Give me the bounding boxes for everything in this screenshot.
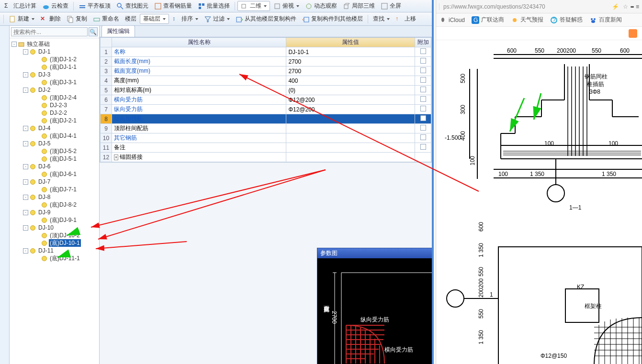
tree-leaf[interactable]: DJ-2-2 bbox=[10, 109, 99, 117]
toolbar-topview[interactable]: 俯视 bbox=[271, 1, 302, 11]
prop-row[interactable]: 11备注 bbox=[101, 143, 431, 153]
bookmark-item[interactable]: 百度新闻 bbox=[589, 16, 622, 24]
prop-name[interactable]: 名称 bbox=[112, 47, 286, 57]
toolbar-orbit[interactable]: 动态观察 bbox=[303, 1, 339, 11]
sort-button[interactable]: ↕排序 bbox=[170, 14, 201, 24]
prop-value[interactable] bbox=[286, 124, 415, 133]
prop-extra-check[interactable] bbox=[415, 124, 431, 133]
prop-row[interactable]: 12+锚固搭接 bbox=[101, 153, 431, 162]
prop-row[interactable]: 7纵向受力筋Φ12@200 bbox=[101, 105, 431, 114]
search-button[interactable]: 🔍 bbox=[89, 27, 98, 36]
tree-leaf[interactable]: (底)DJ-3-1 bbox=[10, 78, 99, 86]
search-input[interactable] bbox=[11, 27, 88, 36]
tree-leaf[interactable]: (顶)DJ-5-2 bbox=[10, 147, 99, 155]
prop-value[interactable] bbox=[286, 114, 415, 124]
filter-button[interactable]: 过滤 bbox=[202, 14, 232, 24]
prop-extra-check[interactable] bbox=[415, 114, 431, 124]
prop-value[interactable] bbox=[286, 143, 415, 153]
prop-row[interactable]: 6横向受力筋Φ12@200 bbox=[101, 95, 431, 105]
tree-leaf[interactable]: (底)DJ-2-1 bbox=[10, 117, 99, 124]
tree-leaf[interactable]: (底)DJ-6-1 bbox=[10, 170, 99, 178]
toolbar-batch-sel[interactable]: 批量选择 bbox=[195, 1, 232, 11]
prop-value[interactable]: 400 bbox=[286, 76, 415, 86]
tree-leaf[interactable]: (顶)DJ-1-2 bbox=[10, 55, 99, 63]
tree-node[interactable]: -DJ-11 bbox=[10, 247, 99, 254]
prop-extra-check[interactable] bbox=[415, 95, 431, 105]
prop-extra-check[interactable] bbox=[415, 86, 431, 95]
toolbar-rebar-qty[interactable]: 查看钢筋量 bbox=[152, 1, 194, 11]
prop-name[interactable]: 高度(mm) bbox=[112, 76, 286, 86]
prop-value[interactable]: Φ12@200 bbox=[286, 105, 415, 114]
prop-row[interactable]: 1名称DJ-10-1 bbox=[101, 47, 431, 57]
copy-to-button[interactable]: 复制构件到其他楼层 bbox=[300, 14, 365, 24]
prop-row[interactable]: 10其它钢筋 bbox=[101, 133, 431, 143]
tab-property-edit[interactable]: 属性编辑 bbox=[101, 26, 135, 37]
prop-value[interactable] bbox=[286, 133, 415, 143]
tree-root[interactable]: -独立基础 bbox=[10, 40, 99, 48]
prop-value[interactable]: (0) bbox=[286, 86, 415, 95]
tree-node[interactable]: -DJ-3 bbox=[10, 71, 99, 78]
toolbar-fullscreen[interactable]: 全屏 bbox=[378, 1, 404, 11]
find-button[interactable]: 查找 bbox=[371, 14, 392, 24]
bookmark-item[interactable]: 天气预报 bbox=[511, 16, 543, 24]
tree-leaf[interactable]: (底)DJ-1-1 bbox=[10, 63, 99, 71]
tree-node[interactable]: -DJ-6 bbox=[10, 163, 99, 170]
prop-extra-check[interactable] bbox=[415, 143, 431, 153]
tree-leaf[interactable]: DJ-2-3 bbox=[10, 101, 99, 109]
toolbar-flatten[interactable]: 平齐板顶 bbox=[76, 1, 113, 11]
prop-name[interactable]: 备注 bbox=[112, 143, 286, 153]
prop-value[interactable]: 2700 bbox=[286, 66, 415, 76]
prop-name[interactable]: 相对底标高(m) bbox=[112, 86, 286, 95]
prop-name[interactable]: +锚固搭接 bbox=[112, 153, 286, 162]
tree-leaf[interactable]: (底)DJ-4-1 bbox=[10, 132, 99, 140]
prop-value[interactable]: DJ-10-1 bbox=[286, 47, 415, 57]
prop-extra-check[interactable] bbox=[415, 57, 431, 66]
tree-node[interactable]: -DJ-4 bbox=[10, 124, 99, 132]
prop-extra-check[interactable] bbox=[415, 153, 431, 162]
tree-node[interactable]: -DJ-8 bbox=[10, 193, 99, 201]
bookmark-item[interactable]: ?答疑解惑 bbox=[550, 16, 583, 24]
tree-leaf[interactable]: (顶)DJ-10-2 bbox=[10, 232, 99, 239]
copy-button[interactable]: 复制 bbox=[64, 14, 90, 24]
prop-row[interactable]: 9顶部柱间配筋 bbox=[101, 124, 431, 133]
upload-button[interactable]: ↑上移 bbox=[393, 14, 418, 24]
tree-node[interactable]: -DJ-2 bbox=[10, 86, 99, 94]
layer-select[interactable]: 基础层 bbox=[140, 14, 169, 24]
prop-row[interactable]: 5相对底标高(m)(0) bbox=[101, 86, 431, 95]
sidebar-tabs[interactable] bbox=[0, 26, 10, 364]
component-tree[interactable]: -独立基础-DJ-1(顶)DJ-1-2(底)DJ-1-1-DJ-3(底)DJ-3… bbox=[10, 38, 99, 364]
tree-node[interactable]: -DJ-1 bbox=[10, 48, 99, 55]
new-button[interactable]: 新建 bbox=[6, 14, 37, 24]
prop-row[interactable]: 4高度(mm)400 bbox=[101, 76, 431, 86]
tree-leaf[interactable]: (底)DJ-9-1 bbox=[10, 216, 99, 224]
tree-node[interactable]: -DJ-9 bbox=[10, 209, 99, 216]
prop-extra-check[interactable] bbox=[415, 66, 431, 76]
prop-name[interactable]: 其它钢筋 bbox=[112, 133, 286, 143]
tree-node[interactable]: -DJ-10 bbox=[10, 224, 99, 232]
url-field[interactable]: ps://www.fwxgx.com/questions/3243470 bbox=[439, 3, 608, 10]
rename-button[interactable]: 重命名 bbox=[90, 14, 122, 24]
tree-leaf[interactable]: (顶)DJ-2-4 bbox=[10, 94, 99, 101]
star-icon[interactable]: ☆ bbox=[623, 3, 628, 10]
prop-row[interactable]: 3截面宽度(mm)2700 bbox=[101, 66, 431, 76]
prop-name[interactable]: 顶部柱间配筋 bbox=[112, 124, 286, 133]
toolbar-local3d[interactable]: 局部三维 bbox=[340, 1, 377, 11]
tree-node[interactable]: -DJ-5 bbox=[10, 140, 99, 147]
view-mode-select[interactable]: 二维 bbox=[237, 1, 270, 11]
delete-button[interactable]: ✕删除 bbox=[38, 14, 63, 24]
menu-icon[interactable]: ≡ bbox=[636, 3, 639, 10]
prop-name[interactable]: 短向加强筋 bbox=[112, 114, 286, 124]
toolbar-find-elem[interactable]: 查找图元 bbox=[114, 1, 151, 11]
copy-from-button[interactable]: 从其他楼层复制构件 bbox=[233, 14, 299, 24]
bookmark-item[interactable]: G广联达商 bbox=[472, 16, 504, 24]
prop-row[interactable]: 2截面长度(mm)2700 bbox=[101, 57, 431, 66]
prop-value[interactable]: 2700 bbox=[286, 57, 415, 66]
tree-leaf[interactable]: (底)DJ-5-1 bbox=[10, 155, 99, 163]
toolbar-sigma[interactable]: Σ汇总计算 bbox=[2, 1, 39, 11]
prop-name[interactable]: 横向受力筋 bbox=[112, 95, 286, 105]
bookmark-item[interactable]: iCloud bbox=[439, 16, 465, 24]
tree-node[interactable]: -DJ-7 bbox=[10, 178, 99, 186]
prop-name[interactable]: 截面长度(mm) bbox=[112, 57, 286, 66]
prop-name[interactable]: 截面宽度(mm) bbox=[112, 66, 286, 76]
tree-leaf[interactable]: (底)DJ-7-1 bbox=[10, 186, 99, 193]
